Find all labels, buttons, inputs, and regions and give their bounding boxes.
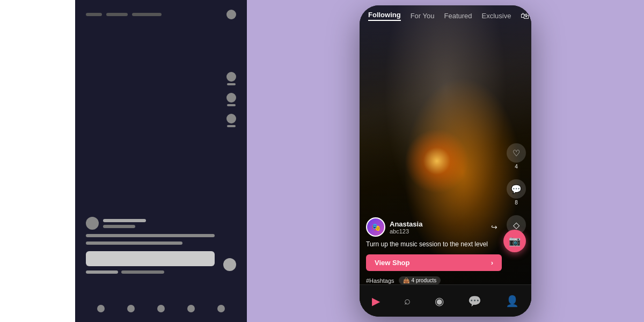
wire-handle xyxy=(103,225,135,228)
wire-products xyxy=(121,270,164,274)
shop-button-label: View Shop xyxy=(375,259,410,267)
wireframe-top-bar xyxy=(86,10,236,19)
like-button-group[interactable]: ♡ 4 xyxy=(507,143,526,170)
products-count: 4 products xyxy=(412,277,437,283)
wire-avatar xyxy=(86,217,99,230)
wire-nav-2 xyxy=(127,305,135,312)
phone-top-nav: Following For You Featured Exclusive 🛍 xyxy=(360,5,531,24)
wire-line-3 xyxy=(132,13,162,16)
wireframe-bottom-nav xyxy=(86,305,236,317)
bag-icon: 👜 xyxy=(403,277,409,283)
shop-icon[interactable]: 🛍 xyxy=(521,11,529,21)
like-count: 4 xyxy=(515,164,518,170)
wire-line-2 xyxy=(106,13,128,16)
wireframe-content-bottom xyxy=(86,217,215,274)
user-text-block: Anastasia abc123 xyxy=(390,220,482,235)
wire-nav-1 xyxy=(97,305,105,312)
wire-circle-top xyxy=(226,10,236,19)
wire-nav-5 xyxy=(217,305,225,312)
user-avatar[interactable]: 🎭 xyxy=(366,217,385,237)
wire-line-1 xyxy=(86,13,102,16)
right-panel: Following For You Featured Exclusive 🛍 ♡… xyxy=(247,0,644,322)
wire-icon-circle-2 xyxy=(226,93,236,103)
user-handle: abc123 xyxy=(390,228,482,235)
camera-fab-button[interactable]: 📷 xyxy=(503,230,526,252)
wire-icon-circle-3 xyxy=(226,114,236,123)
like-icon[interactable]: ♡ xyxy=(507,143,526,163)
bottom-nav-explore[interactable]: ◉ xyxy=(435,295,444,308)
side-interaction-buttons: ♡ 4 💬 8 ◇ 0 xyxy=(507,143,526,241)
video-caption: Turn up the music session to the next le… xyxy=(366,240,502,249)
comment-icon[interactable]: 💬 xyxy=(507,179,526,199)
bottom-nav-messages[interactable]: 💬 xyxy=(468,295,481,308)
light-burst-effect xyxy=(405,129,469,193)
wireframe-side-icons xyxy=(226,72,236,127)
bottom-nav-home[interactable]: ▶ xyxy=(372,295,380,308)
nav-featured[interactable]: Featured xyxy=(444,12,472,20)
left-panel xyxy=(0,0,75,322)
wire-icon-dash-1 xyxy=(227,83,236,85)
username: Anastasia xyxy=(390,220,482,228)
nav-following[interactable]: Following xyxy=(368,11,401,21)
products-badge: 👜 4 products xyxy=(399,276,441,284)
bottom-nav-search[interactable]: ⌕ xyxy=(404,295,411,307)
wireframe-camera-btn xyxy=(223,258,236,271)
wire-hashtag xyxy=(86,270,118,274)
wire-icon-dash-2 xyxy=(227,104,236,106)
nav-exclusive[interactable]: Exclusive xyxy=(482,12,511,20)
user-info-row: 🎭 Anastasia abc123 ↪ xyxy=(366,217,502,237)
wire-caption-1 xyxy=(86,234,215,237)
wire-nav-4 xyxy=(187,305,195,312)
comment-count: 8 xyxy=(515,200,518,206)
share-button[interactable]: ↪ xyxy=(487,219,502,235)
center-wireframe-panel xyxy=(75,0,247,322)
wire-shop-btn xyxy=(86,251,215,266)
bottom-nav-profile[interactable]: 👤 xyxy=(506,295,519,308)
wire-nav-3 xyxy=(157,305,165,312)
phone-bottom-nav: ▶ ⌕ ◉ 💬 👤 xyxy=(360,284,531,317)
nav-for-you[interactable]: For You xyxy=(411,12,435,20)
view-shop-button[interactable]: View Shop › xyxy=(366,254,502,271)
wire-icon-circle-1 xyxy=(226,72,236,82)
wire-caption-2 xyxy=(86,241,182,245)
wire-icon-dash-3 xyxy=(227,125,236,127)
comment-button-group[interactable]: 💬 8 xyxy=(507,179,526,206)
video-info-overlay: 🎭 Anastasia abc123 ↪ Turn up the music s… xyxy=(366,217,502,284)
hashtag-text: #Hashtags xyxy=(366,277,394,284)
phone-frame: Following For You Featured Exclusive 🛍 ♡… xyxy=(360,5,531,317)
shop-arrow-icon: › xyxy=(491,259,493,267)
wire-username xyxy=(103,219,146,222)
hashtags-row: #Hashtags 👜 4 products xyxy=(366,276,502,284)
